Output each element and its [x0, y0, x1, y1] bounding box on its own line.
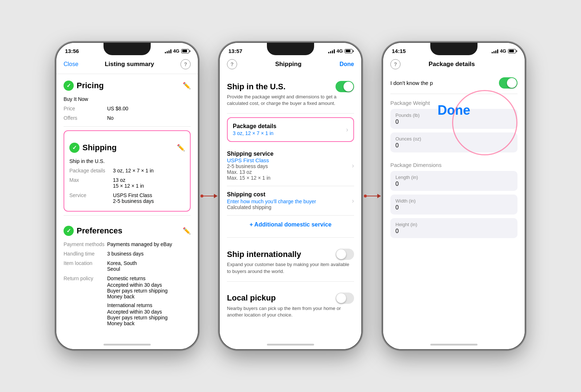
local-pickup-title: Local pickup — [227, 293, 276, 303]
pounds-value: 0 — [395, 119, 512, 125]
domestic-item-1: Accepted within 30 days — [107, 282, 168, 288]
arrow-1 — [198, 195, 220, 197]
shipping-cost-row[interactable]: Shipping cost Enter how much you'll char… — [227, 186, 354, 216]
ounces-value: 0 — [395, 142, 512, 149]
additional-service-label[interactable]: + Additional domestic service — [249, 221, 332, 228]
length-value: 0 — [395, 181, 512, 187]
pkg-weight-title: Package Weight — [390, 94, 517, 109]
network-3: 4G — [500, 48, 506, 54]
done-btn-2[interactable]: Done — [340, 61, 354, 68]
return-row: Return policy Domestic returns Accepted … — [64, 274, 191, 328]
home-indicator-1 — [103, 344, 151, 346]
phone-3: 14:15 4G ? Package details Done — [383, 43, 525, 349]
prefs-section-header: ✓ Preferences ✏️ — [64, 219, 191, 240]
pkg-dim-title: Package Dimensions — [390, 156, 517, 171]
width-input[interactable]: Width (in) 0 — [390, 195, 517, 215]
nav-bar-3: ? Package details Done — [383, 56, 525, 74]
service-chevron: › — [352, 162, 354, 170]
local-pickup-toggle[interactable] — [336, 293, 354, 304]
ship-intl-desc: Expand your customer base by making your… — [227, 261, 354, 274]
location-label: Item location — [64, 260, 107, 272]
shipping-cost-title: Shipping cost — [227, 191, 316, 198]
payment-value: Payments managed by eBay — [107, 241, 172, 247]
local-pickup-desc: Nearby buyers can pick up the item from … — [227, 305, 354, 318]
price-row: Price US $8.00 — [64, 104, 191, 113]
pkg-chevron: › — [346, 126, 348, 134]
intl-title: International returns — [107, 302, 168, 308]
pricing-type: Buy It Now — [64, 96, 88, 102]
help-icon-3[interactable]: ? — [390, 59, 401, 69]
pkg-details-row: Package details 3 oz, 12 × 7 × 1 in — [69, 166, 185, 175]
domestic-item-3: Money back — [107, 294, 168, 299]
status-icons-1: 4G — [165, 48, 189, 54]
ounces-input[interactable]: Ounces (oz) 0 — [390, 132, 517, 152]
prefs-title: Preferences — [77, 226, 122, 236]
arrow-2 — [361, 195, 383, 197]
height-value: 0 — [395, 228, 512, 234]
nav-bar-1: Close Listing summary ? — [56, 56, 198, 74]
pricing-section-header: ✓ Pricing ✏️ — [64, 74, 191, 94]
width-label: Width (in) — [395, 198, 512, 204]
ship-intl-toggle[interactable] — [336, 249, 354, 260]
pkg-label: Package details — [69, 168, 113, 173]
phone-1: 13:56 4G Close Listing summary ? — [56, 43, 198, 349]
shipping-section-header: ✓ Shipping ✏️ — [69, 136, 185, 156]
domestic-item-2: Buyer pays return shipping — [107, 288, 168, 294]
home-indicator-2 — [267, 344, 314, 346]
shipping-check-icon: ✓ — [69, 143, 80, 153]
prefs-edit-icon[interactable]: ✏️ — [183, 227, 191, 235]
network-2: 4G — [337, 48, 343, 54]
status-icons-2: 4G — [328, 48, 353, 54]
max-value2: 15 × 12 × 1 in — [113, 183, 144, 189]
shipping-edit-icon[interactable]: ✏️ — [177, 144, 185, 152]
handling-row: Handling time 3 business days — [64, 249, 191, 258]
status-icons-3: 4G — [492, 48, 516, 54]
pkg-details-box[interactable]: Package details 3 oz, 12 × 7 × 1 in › — [227, 117, 354, 142]
domestic-title: Domestic returns — [107, 275, 168, 281]
location-value1: Korea, South — [107, 260, 137, 266]
service-value2: 2-5 business days — [113, 198, 154, 204]
pricing-edit-icon[interactable]: ✏️ — [183, 82, 191, 90]
handling-label: Handling time — [64, 251, 107, 257]
intl-item-3: Money back — [107, 320, 168, 326]
help-icon-1[interactable]: ? — [180, 59, 191, 69]
close-button[interactable]: Close — [64, 61, 78, 68]
shipping-cost-link[interactable]: Enter how much you'll charge the buyer — [227, 199, 316, 204]
pricing-title: Pricing — [77, 81, 104, 90]
shipping-service-row[interactable]: Shipping service USPS First Class 2-5 bu… — [227, 146, 354, 186]
height-label: Height (in) — [395, 222, 512, 227]
dont-know-toggle[interactable] — [499, 77, 517, 89]
max-row: Max 13 oz 15 × 12 × 1 in — [69, 175, 185, 191]
length-label: Length (in) — [395, 175, 512, 180]
dont-know-label: I don't know the p — [390, 80, 433, 86]
service-max-dim: Max. 15 × 12 × 1 in — [227, 175, 273, 181]
dont-know-row: I don't know the p — [390, 74, 517, 94]
length-input[interactable]: Length (in) 0 — [390, 171, 517, 191]
nav-bar-2: ? Shipping Done — [220, 56, 361, 74]
prefs-check-icon: ✓ — [64, 226, 74, 236]
ship-us-toggle[interactable] — [336, 81, 354, 92]
battery-icon-2 — [345, 49, 353, 53]
offers-value: No — [107, 115, 114, 121]
pricing-check-icon: ✓ — [64, 81, 74, 91]
service-max-weight: Max. 13 oz — [227, 169, 273, 175]
ounces-label: Ounces (oz) — [395, 136, 512, 142]
battery-icon-1 — [181, 49, 189, 53]
pounds-input[interactable]: Pounds (lb) 0 — [390, 109, 517, 129]
max-value1: 13 oz — [113, 177, 144, 183]
payment-label: Payment methods — [64, 241, 107, 247]
intl-item-1: Accepted within 30 days — [107, 309, 168, 315]
help-icon-2[interactable]: ? — [227, 59, 237, 69]
cost-chevron: › — [352, 197, 354, 205]
status-bar-2: 13:57 4G — [220, 43, 361, 56]
height-input[interactable]: Height (in) 0 — [390, 218, 517, 238]
offers-row: Offers No — [64, 113, 191, 123]
service-value1: USPS First Class — [113, 192, 154, 198]
additional-service[interactable]: + Additional domestic service — [227, 216, 354, 234]
ship-us-label: Ship in the U.S. — [69, 158, 105, 164]
pkg-details-title: Package details — [233, 123, 276, 130]
price-value: US $8.00 — [107, 106, 128, 111]
shipping-service-title: Shipping service — [227, 151, 273, 157]
max-label: Max — [69, 177, 113, 189]
service-row: Service USPS First Class 2-5 business da… — [69, 191, 185, 206]
